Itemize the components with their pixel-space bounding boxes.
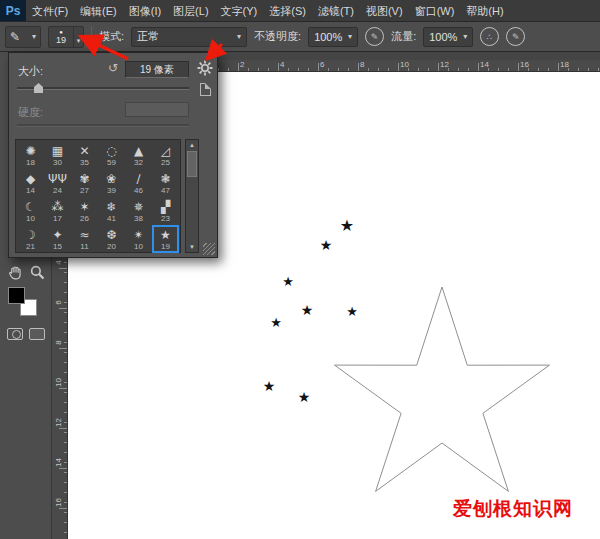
ruler-tick-major — [558, 63, 559, 71]
ruler-tick-major — [438, 63, 439, 71]
brush-preset[interactable]: ▦30 — [44, 141, 71, 169]
ruler-tick — [64, 442, 67, 443]
brush-picker-chip[interactable]: ● 19 ▾ — [48, 26, 84, 48]
ruler-number: 8 — [54, 337, 63, 349]
brush-preset[interactable]: ✕35 — [71, 141, 98, 169]
opacity-dropdown[interactable]: 100% ▾ — [308, 27, 358, 47]
ruler-number: 18 — [560, 60, 569, 69]
mode-value: 正常 — [137, 29, 159, 44]
ruler-number: 12 — [440, 60, 449, 69]
chevron-down-icon: ▾ — [237, 32, 241, 41]
ruler-number: 6 — [54, 297, 63, 309]
ruler-tick-major — [478, 63, 479, 71]
ruler-tick — [64, 322, 67, 323]
ruler-tick — [64, 502, 67, 503]
menu-item[interactable]: 视图(V) — [360, 0, 409, 21]
foreground-color-swatch[interactable] — [8, 287, 25, 304]
mode-dropdown[interactable]: 正常 ▾ — [131, 27, 247, 47]
brush-preset[interactable]: ∕46 — [125, 169, 152, 197]
ruler-tick — [64, 482, 67, 483]
ruler-tick — [64, 352, 67, 353]
brush-preset[interactable]: ❄41 — [98, 197, 125, 225]
brush-grid-scrollbar[interactable]: ▲ ▼ — [185, 139, 199, 253]
hand-tool-button[interactable] — [5, 262, 25, 282]
chevron-down-icon: ▾ — [32, 32, 36, 41]
brush-preset[interactable]: ✶26 — [71, 197, 98, 225]
brush-preset[interactable]: ❃47 — [152, 169, 179, 197]
brush-preset[interactable]: ▞23 — [152, 197, 179, 225]
reset-size-icon[interactable]: ↺ — [108, 62, 118, 74]
new-preset-icon[interactable] — [200, 83, 211, 96]
menu-item[interactable]: 文字(Y) — [215, 0, 264, 21]
ruler-tick — [64, 462, 67, 463]
ruler-number: 16 — [54, 497, 63, 509]
ruler-tick — [64, 422, 67, 423]
brush-preset[interactable]: ◌59 — [98, 141, 125, 169]
menu-item[interactable]: 窗口(W) — [409, 0, 461, 21]
ruler-tick — [64, 402, 67, 403]
brush-preset[interactable]: ΨΨ24 — [44, 169, 71, 197]
big-star-shape — [335, 287, 550, 491]
ruler-tick — [368, 68, 369, 71]
brush-preset[interactable]: ☾10 — [17, 197, 44, 225]
flow-value: 100% — [429, 31, 457, 43]
ruler-tick — [428, 68, 429, 71]
brush-grid: ✺18▦30✕35◌59▲32◿25◆14ΨΨ24✾27❀39∕46❃47☾10… — [15, 139, 181, 253]
menu-item[interactable]: 选择(S) — [263, 0, 312, 21]
menu-item[interactable]: 帮助(H) — [460, 0, 509, 21]
airbrush-icon[interactable]: ∴ — [480, 27, 499, 46]
menu-item[interactable]: 编辑(E) — [74, 0, 123, 21]
menu-item[interactable]: 图层(L) — [167, 0, 214, 21]
brush-preset[interactable]: ≈11 — [71, 225, 98, 253]
size-slider-thumb[interactable] — [34, 83, 43, 93]
quick-mask-button[interactable] — [5, 324, 25, 344]
ruler-tick — [64, 532, 67, 533]
pressure-opacity-icon[interactable]: ✎ — [365, 27, 384, 46]
brush-size-value: 19 — [56, 36, 66, 45]
panel-resize-grip[interactable] — [203, 243, 215, 255]
brush-preset[interactable]: ☽21 — [17, 225, 44, 253]
brush-preset[interactable]: ✾27 — [71, 169, 98, 197]
menu-item[interactable]: 文件(F) — [26, 0, 74, 21]
ruler-number: 2 — [240, 60, 244, 69]
brush-preset[interactable]: ✦15 — [44, 225, 71, 253]
ruler-tick — [578, 68, 579, 71]
brush-preset[interactable]: ★19 — [152, 225, 179, 253]
screen-mode-icon — [29, 328, 45, 340]
flow-dropdown[interactable]: 100% ▾ — [423, 27, 473, 47]
menu-item[interactable]: 图像(I) — [123, 0, 167, 21]
ruler-tick — [64, 372, 67, 373]
hand-icon — [7, 264, 24, 281]
ruler-tick — [64, 312, 67, 313]
brush-preset[interactable]: ◿25 — [152, 141, 179, 169]
pressure-size-icon[interactable]: ✎ — [506, 27, 525, 46]
ruler-tick — [588, 68, 589, 71]
size-field[interactable]: 19 像素 — [125, 61, 189, 78]
brush-preset[interactable]: ✺18 — [17, 141, 44, 169]
scroll-up-icon[interactable]: ▲ — [186, 140, 198, 150]
brush-preset[interactable]: ✵38 — [125, 197, 152, 225]
ruler-number: 12 — [54, 417, 63, 429]
ruler-tick — [64, 292, 67, 293]
pen-glyph: ✎ — [512, 32, 520, 42]
ruler-number: 16 — [520, 60, 529, 69]
ruler-tick — [64, 512, 67, 513]
tool-preset-chip[interactable]: ✎ ▾ — [5, 26, 41, 48]
ruler-tick — [348, 68, 349, 71]
brush-preset[interactable]: ⁂17 — [44, 197, 71, 225]
brush-preset[interactable]: ❆20 — [98, 225, 125, 253]
zoom-tool-button[interactable] — [27, 262, 47, 282]
scrollbar-thumb[interactable] — [187, 151, 197, 177]
chevron-down-icon: ▾ — [348, 32, 352, 41]
brush-picker-caret-icon[interactable]: ▾ — [73, 27, 83, 47]
brush-preset[interactable]: ▲32 — [125, 141, 152, 169]
scroll-down-icon[interactable]: ▼ — [186, 242, 198, 252]
menu-item[interactable]: 滤镜(T) — [312, 0, 360, 21]
ruler-tick — [64, 522, 67, 523]
screen-mode-button[interactable] — [27, 324, 47, 344]
quick-mask-icon — [7, 328, 23, 340]
brush-preset[interactable]: ✴10 — [125, 225, 152, 253]
panel-menu-button[interactable] — [197, 60, 213, 76]
brush-preset[interactable]: ◆14 — [17, 169, 44, 197]
brush-preset[interactable]: ❀39 — [98, 169, 125, 197]
